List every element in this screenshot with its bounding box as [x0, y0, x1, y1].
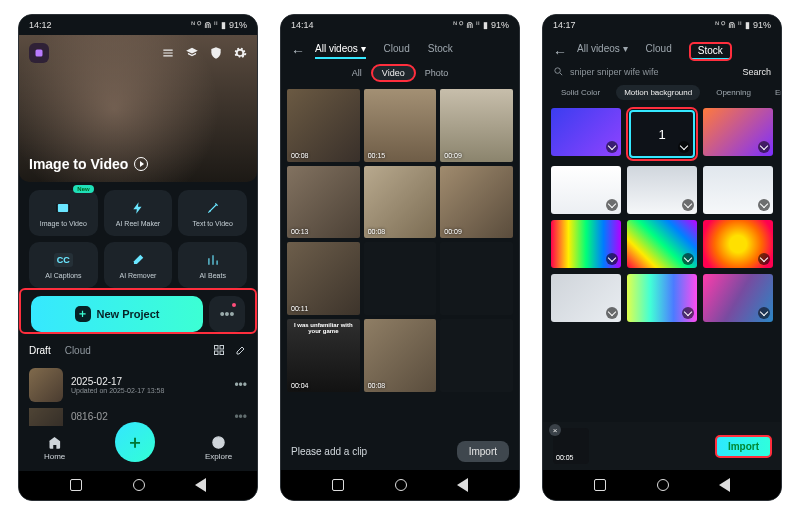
nav-explore[interactable]: Explore	[205, 435, 232, 461]
chip-motion-background[interactable]: Motion background	[616, 85, 700, 100]
stock-item[interactable]	[551, 220, 621, 268]
tile-ai-captions[interactable]: CCAI Captions	[29, 242, 98, 288]
clip-item[interactable]: I was unfamiliar with your game00:04	[287, 319, 360, 392]
home-button[interactable]	[133, 479, 145, 491]
tile-ai-reel-maker[interactable]: AI Reel Maker	[104, 190, 173, 236]
stock-item[interactable]	[551, 108, 621, 156]
download-icon[interactable]	[606, 253, 618, 265]
import-button[interactable]: Import	[457, 441, 509, 462]
download-icon[interactable]	[758, 141, 770, 153]
project-item[interactable]: 2025-02-17Updated on 2025-02-17 13:58•••	[19, 362, 257, 408]
clip-item[interactable]: 00:08	[287, 89, 360, 162]
download-icon[interactable]	[606, 307, 618, 319]
clip-item[interactable]: 00:08	[364, 319, 437, 392]
stock-item[interactable]	[703, 166, 773, 214]
app-logo[interactable]	[29, 43, 49, 63]
stock-item[interactable]	[627, 220, 697, 268]
download-icon[interactable]	[758, 199, 770, 211]
project-list: 2025-02-17Updated on 2025-02-17 13:58•••…	[19, 362, 257, 426]
project-name: 2025-02-17	[71, 376, 226, 387]
chevron-right-icon[interactable]	[134, 157, 148, 171]
clip-item[interactable]: 00:09	[440, 166, 513, 239]
svg-rect-0	[58, 204, 69, 212]
chip-ending[interactable]: Ending	[767, 85, 781, 100]
recent-apps-button[interactable]	[594, 479, 606, 491]
tile-ai-beats[interactable]: AI Beats	[178, 242, 247, 288]
back-arrow-icon[interactable]: ←	[553, 44, 567, 60]
download-icon[interactable]	[682, 199, 694, 211]
svg-rect-4	[220, 351, 224, 355]
stock-item[interactable]: 1	[629, 110, 695, 158]
back-button[interactable]	[457, 478, 468, 492]
bottom-nav: Home ＋ Explore	[19, 426, 257, 471]
stock-item[interactable]	[551, 274, 621, 322]
selected-clip-thumb[interactable]: × 00:05	[553, 428, 589, 464]
search-input[interactable]: sniper sniper wife wife	[553, 66, 736, 77]
search-button[interactable]: Search	[742, 67, 771, 77]
tab-stock[interactable]: Stock	[690, 43, 731, 60]
fab-add-button[interactable]: ＋	[115, 422, 155, 462]
stock-item[interactable]	[627, 166, 697, 214]
stock-item[interactable]	[627, 274, 697, 322]
import-button[interactable]: Import	[716, 436, 771, 457]
clip-item[interactable]: 00:11	[287, 242, 360, 315]
stock-item[interactable]	[551, 166, 621, 214]
shield-icon[interactable]	[209, 46, 223, 60]
hint-text: Please add a clip	[291, 446, 367, 457]
clip-item[interactable]: 00:09	[440, 89, 513, 162]
clip-item[interactable]: 00:08	[364, 166, 437, 239]
tab-all-videos[interactable]: All videos ▾	[577, 43, 628, 60]
chip-solid-color[interactable]: Solid Color	[553, 85, 608, 100]
edit-icon[interactable]	[235, 344, 247, 358]
back-arrow-icon[interactable]: ←	[291, 43, 305, 59]
download-icon[interactable]	[606, 199, 618, 211]
stock-item[interactable]	[703, 108, 773, 156]
back-button[interactable]	[719, 478, 730, 492]
category-chips: Solid ColorMotion backgroundOpenningEndi…	[543, 83, 781, 104]
home-button[interactable]	[657, 479, 669, 491]
download-icon[interactable]	[682, 253, 694, 265]
graduation-icon[interactable]	[185, 46, 199, 60]
more-button[interactable]: •••	[209, 296, 245, 332]
subtab-photo[interactable]: Photo	[415, 65, 459, 81]
home-button[interactable]	[395, 479, 407, 491]
stock-item[interactable]	[703, 220, 773, 268]
recent-apps-button[interactable]	[70, 479, 82, 491]
clip-item[interactable]: 00:15	[364, 89, 437, 162]
download-icon[interactable]	[682, 307, 694, 319]
clock: 14:12	[29, 20, 52, 30]
project-more-icon[interactable]: •••	[234, 378, 247, 392]
download-icon[interactable]	[758, 253, 770, 265]
chip-openning[interactable]: Openning	[708, 85, 759, 100]
tile-image-to-video[interactable]: NewImage to Video	[29, 190, 98, 236]
download-icon[interactable]	[758, 307, 770, 319]
new-project-button[interactable]: ＋ New Project	[31, 296, 203, 332]
tab-cloud[interactable]: Cloud	[65, 345, 91, 356]
back-button[interactable]	[195, 478, 206, 492]
search-query: sniper sniper wife wife	[570, 67, 659, 77]
hero-banner[interactable]: Image to Video	[19, 35, 257, 182]
project-more-icon[interactable]: •••	[234, 410, 247, 424]
clip-item[interactable]: 00:13	[287, 166, 360, 239]
battery-text: 91%	[491, 20, 509, 30]
tab-draft[interactable]: Draft	[29, 345, 51, 356]
gear-icon[interactable]	[233, 46, 247, 60]
tab-stock[interactable]: Stock	[428, 43, 453, 59]
clip-duration: 00:11	[291, 305, 309, 312]
tile-ai-remover[interactable]: AI Remover	[104, 242, 173, 288]
tile-text-to-video[interactable]: Text to Video	[178, 190, 247, 236]
download-icon[interactable]	[606, 141, 618, 153]
subtab-all[interactable]: All	[342, 65, 372, 81]
grid-icon[interactable]	[213, 344, 225, 358]
tab-all-videos[interactable]: All videos ▾	[315, 43, 366, 59]
equalizer-icon	[204, 251, 222, 269]
remove-selection-icon[interactable]: ×	[549, 424, 561, 436]
tab-cloud[interactable]: Cloud	[384, 43, 410, 59]
clip-duration: 00:09	[444, 228, 462, 235]
list-icon[interactable]	[161, 46, 175, 60]
subtab-video[interactable]: Video	[372, 65, 415, 81]
stock-item[interactable]	[703, 274, 773, 322]
recent-apps-button[interactable]	[332, 479, 344, 491]
nav-home[interactable]: Home	[44, 435, 65, 461]
tab-cloud[interactable]: Cloud	[646, 43, 672, 60]
